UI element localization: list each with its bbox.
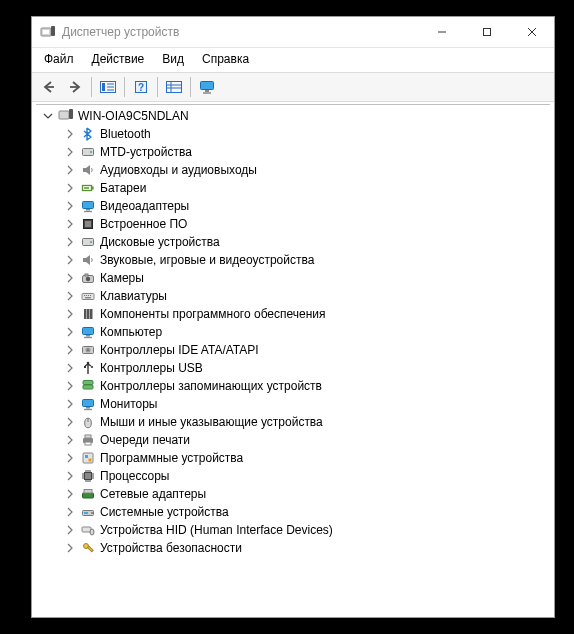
tree-item[interactable]: Мониторы [38,395,550,413]
chevron-right-icon[interactable] [64,416,76,428]
svg-rect-67 [85,442,91,445]
svg-rect-46 [84,309,87,319]
tree-item[interactable]: Встроенное ПО [38,215,550,233]
tree-item[interactable]: Клавиатуры [38,287,550,305]
chevron-right-icon[interactable] [64,164,76,176]
chevron-right-icon[interactable] [64,362,76,374]
toolbar-separator [190,77,191,97]
chevron-right-icon[interactable] [64,200,76,212]
chevron-right-icon[interactable] [64,344,76,356]
disk-icon [80,144,96,160]
svg-point-42 [86,295,87,296]
svg-rect-60 [83,400,94,407]
chevron-right-icon[interactable] [64,380,76,392]
svg-rect-29 [84,187,89,189]
chevron-right-icon[interactable] [64,182,76,194]
tree-root-label: WIN-OIA9C5NDLAN [78,107,189,125]
component-icon [80,306,96,322]
svg-rect-92 [88,546,94,552]
chevron-right-icon[interactable] [64,146,76,158]
chevron-right-icon[interactable] [64,290,76,302]
svg-point-26 [90,151,92,153]
chevron-right-icon[interactable] [64,398,76,410]
svg-point-55 [87,362,90,365]
chevron-right-icon[interactable] [64,434,76,446]
chevron-right-icon[interactable] [64,524,76,536]
help-button[interactable]: ? [128,75,154,99]
tree-item[interactable]: Очереди печати [38,431,550,449]
svg-rect-71 [85,473,92,480]
chevron-down-icon[interactable] [42,110,54,122]
audio-icon [80,252,96,268]
tree-item[interactable]: Звуковые, игровые и видеоустройства [38,251,550,269]
svg-rect-23 [59,111,69,119]
mouse-icon [80,414,96,430]
chevron-right-icon[interactable] [64,452,76,464]
chevron-right-icon[interactable] [64,488,76,500]
chevron-right-icon[interactable] [64,326,76,338]
show-hide-tree-button[interactable] [95,75,121,99]
menu-view[interactable]: Вид [154,50,192,68]
tree-item[interactable]: Процессоры [38,467,550,485]
toolbar-separator [91,77,92,97]
svg-rect-59 [83,385,93,389]
chevron-right-icon[interactable] [64,272,76,284]
tree-item-label: Bluetooth [100,125,151,143]
tree-root[interactable]: WIN-OIA9C5NDLAN [38,107,550,125]
tree-item[interactable]: Контроллеры IDE ATA/ATAPI [38,341,550,359]
svg-point-54 [87,349,89,351]
tree-item[interactable]: Камеры [38,269,550,287]
tree-item-label: Мониторы [100,395,157,413]
chevron-right-icon[interactable] [64,542,76,554]
tree-item[interactable]: Программные устройства [38,449,550,467]
close-button[interactable] [509,17,554,47]
tree-item[interactable]: MTD-устройства [38,143,550,161]
tree-item[interactable]: Компьютер [38,323,550,341]
tree-item[interactable]: Мыши и иные указывающие устройства [38,413,550,431]
tree-item[interactable]: Системные устройства [38,503,550,521]
tree-item[interactable]: Устройства HID (Human Interface Devices) [38,521,550,539]
svg-rect-10 [102,83,105,91]
tree-item-label: Мыши и иные указывающие устройства [100,413,323,431]
chevron-right-icon[interactable] [64,506,76,518]
tree-item[interactable]: Дисковые устройства [38,233,550,251]
svg-rect-20 [201,82,214,90]
tree-item[interactable]: Устройства безопасности [38,539,550,557]
monitor-button[interactable] [194,75,220,99]
chevron-right-icon[interactable] [64,254,76,266]
menu-action[interactable]: Действие [84,50,153,68]
tree-item-label: Дисковые устройства [100,233,220,251]
tree-item[interactable]: Аудиовходы и аудиовыходы [38,161,550,179]
tree-item[interactable]: Видеоадаптеры [38,197,550,215]
disk-icon [80,234,96,250]
tree-item[interactable]: Сетевые адаптеры [38,485,550,503]
properties-button[interactable] [161,75,187,99]
security-icon [80,540,96,556]
svg-text:?: ? [138,82,144,93]
svg-rect-39 [85,274,88,276]
chevron-right-icon[interactable] [64,470,76,482]
tree-item[interactable]: Батареи [38,179,550,197]
maximize-button[interactable] [464,17,509,47]
minimize-button[interactable] [419,17,464,47]
menu-help[interactable]: Справка [194,50,257,68]
titlebar: Диспетчер устройств [32,17,554,48]
chevron-right-icon[interactable] [64,218,76,230]
toolbar-separator [124,77,125,97]
tree-item[interactable]: Контроллеры запоминающих устройств [38,377,550,395]
tree-item[interactable]: Компоненты программного обеспечения [38,305,550,323]
back-button[interactable] [36,75,62,99]
device-tree[interactable]: WIN-OIA9C5NDLAN BluetoothMTD-устройстваА… [36,104,550,613]
tree-item-label: Системные устройства [100,503,229,521]
tree-item[interactable]: Контроллеры USB [38,359,550,377]
svg-point-44 [90,295,91,296]
chevron-right-icon[interactable] [64,308,76,320]
forward-button[interactable] [62,75,88,99]
menu-file[interactable]: Файл [36,50,82,68]
tree-item[interactable]: Bluetooth [38,125,550,143]
chevron-right-icon[interactable] [64,236,76,248]
chevron-right-icon[interactable] [64,128,76,140]
svg-point-88 [91,512,93,514]
audio-icon [80,162,96,178]
svg-point-90 [90,529,94,535]
